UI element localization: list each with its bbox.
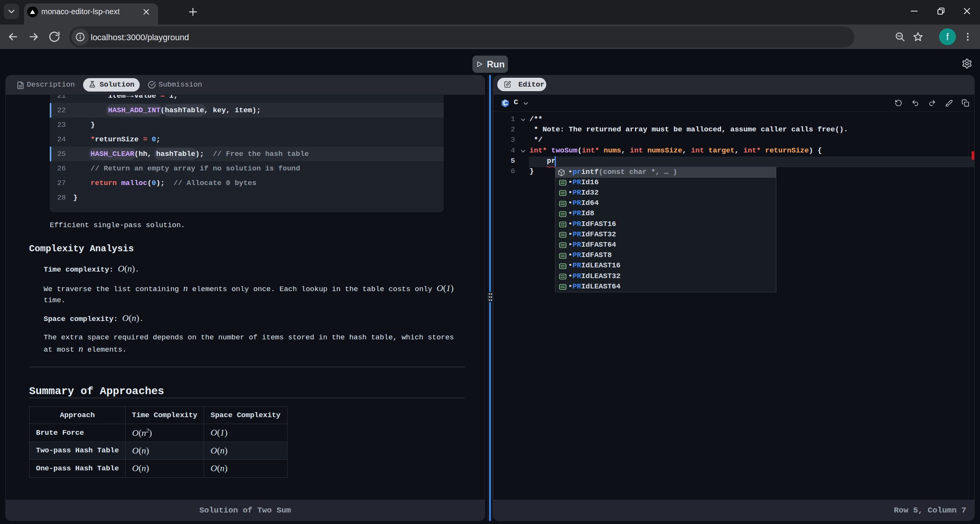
svg-text:C: C [503,99,508,107]
